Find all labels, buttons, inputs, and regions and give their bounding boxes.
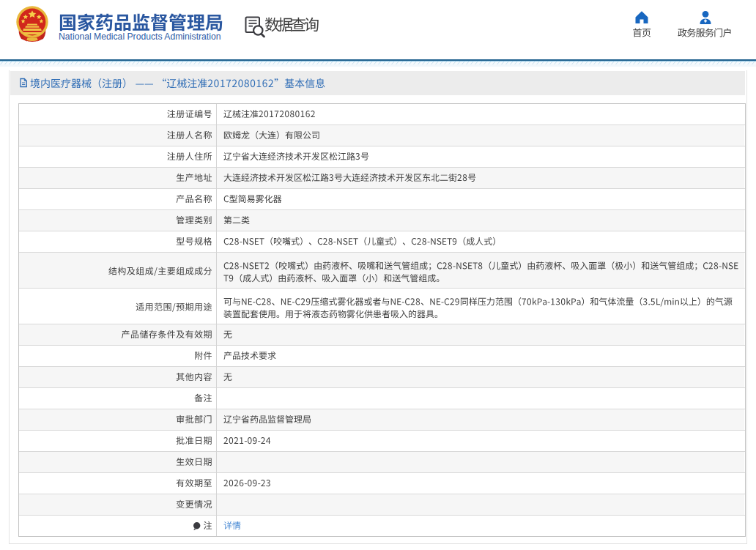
svg-text:National Medical Products Admi: National Medical Products Administration (59, 31, 221, 42)
